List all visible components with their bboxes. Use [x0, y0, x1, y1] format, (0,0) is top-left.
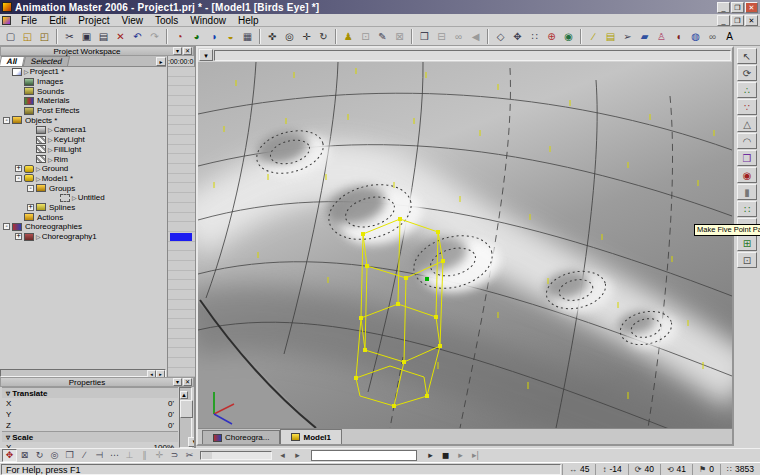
turn-view-button[interactable]: ↻ — [315, 29, 332, 44]
smooth-button[interactable]: ∥ — [137, 449, 152, 462]
tree-item-label[interactable]: Images — [37, 77, 63, 86]
property-row[interactable]: X 0' — [2, 398, 178, 409]
property-value[interactable]: 0' — [168, 410, 174, 419]
viewport-scroll-track[interactable] — [214, 50, 731, 61]
rotate-manipulator-button[interactable]: ⊕ — [543, 29, 560, 44]
tree-expander[interactable]: - — [3, 117, 10, 124]
tree-item-label[interactable]: Choreography1 — [42, 232, 97, 241]
tree-item-label[interactable]: Groups — [49, 184, 75, 193]
flip-button[interactable]: ◉ — [737, 167, 757, 183]
viewport-menu-dropdown[interactable]: ▾ — [199, 49, 213, 61]
tree-item-label[interactable]: Ground — [42, 164, 69, 173]
tree-row[interactable]: ▷ Camera1 — [0, 125, 166, 135]
tree-item-label[interactable]: Camera1 — [54, 125, 87, 134]
tree-item-label[interactable]: Choreographies — [25, 222, 82, 231]
muscle-mode-button[interactable]: ✎ — [374, 29, 391, 44]
peak-button[interactable]: ⊥ — [122, 449, 137, 462]
workspace-tab[interactable]: Selected — [23, 56, 70, 66]
link-button[interactable]: ∞ — [704, 29, 721, 44]
redo-button[interactable]: ↷ — [146, 29, 163, 44]
rotate-tool-button[interactable]: ⟳ — [737, 65, 757, 81]
tree-item-label[interactable]: Rim — [54, 155, 68, 164]
end-button[interactable]: ▸| — [468, 449, 483, 462]
tree-expander[interactable]: - — [3, 223, 10, 230]
font-button[interactable]: A — [721, 29, 738, 44]
property-value[interactable]: 0' — [168, 421, 174, 430]
break-spline-button[interactable]: ✂ — [182, 449, 197, 462]
tree-item-label[interactable]: Objects * — [25, 116, 57, 125]
scale-manipulator-button[interactable]: ∷ — [526, 29, 543, 44]
scroll-down-button[interactable]: ▼ — [188, 437, 196, 447]
tree-item-label[interactable]: Untitled — [78, 193, 105, 202]
menu-item[interactable]: Project — [72, 14, 115, 27]
mdi-close-button[interactable]: ✕ — [745, 15, 758, 26]
select-arrow-button[interactable]: ↖ — [737, 48, 757, 64]
animate-arrow-icon[interactable]: ▷ — [36, 233, 41, 240]
options-button[interactable]: ⋯ — [107, 449, 122, 462]
scale-mode-button[interactable]: ⊠ — [17, 449, 32, 462]
magnet-mode-button[interactable]: ◎ — [47, 449, 62, 462]
delete-button[interactable]: ✕ — [112, 29, 129, 44]
cut-button[interactable]: ✂ — [61, 29, 78, 44]
menu-item[interactable]: File — [15, 14, 43, 27]
panel-close-button[interactable]: ✕ — [183, 378, 192, 386]
lock-cp-button[interactable]: ⊣ — [92, 449, 107, 462]
tree-row[interactable]: ▷ Project1 * — [0, 67, 166, 77]
mirror-mode-button[interactable]: ⊃ — [167, 449, 182, 462]
tree-item-label[interactable]: Splines — [49, 203, 75, 212]
mdi-minimize-button[interactable]: _ — [717, 15, 730, 26]
maximize-button[interactable]: ❐ — [731, 2, 744, 13]
viewport-tab[interactable]: Model1 — [280, 429, 342, 444]
bound-button[interactable]: ❒ — [416, 29, 433, 44]
tree-expander[interactable]: + — [15, 233, 22, 240]
tree-row[interactable]: - Objects * — [0, 115, 166, 125]
render-lock-button[interactable]: ◒ — [222, 29, 239, 44]
animate-arrow-icon[interactable]: ▷ — [48, 156, 53, 163]
workspace-tab[interactable]: All — [0, 56, 25, 66]
tree-row[interactable]: ▷ KeyLight — [0, 135, 166, 145]
skeletal-mode-button[interactable]: ⊡ — [357, 29, 374, 44]
translate-manipulator-button[interactable]: ✥ — [509, 29, 526, 44]
hair-brush-button[interactable]: ∕ — [585, 29, 602, 44]
animate-arrow-icon[interactable]: ▷ — [72, 194, 77, 201]
tree-row[interactable]: + Splines — [0, 203, 166, 213]
animate-arrow-icon[interactable]: ▷ — [24, 68, 29, 75]
render-preview-button[interactable]: ◼ — [438, 449, 453, 462]
modeling-mode-button[interactable]: ♟ — [340, 29, 357, 44]
tree-row[interactable]: Images — [0, 77, 166, 87]
animate-arrow-icon[interactable]: ▷ — [48, 146, 53, 153]
timeline-body[interactable] — [168, 67, 195, 377]
viewport-tab[interactable]: Choreogra... — [202, 430, 280, 444]
mdi-restore-button[interactable]: ❐ — [731, 15, 744, 26]
dynamics-mode-button[interactable]: ⊠ — [391, 29, 408, 44]
frame-slider[interactable] — [200, 451, 272, 460]
mirror-button[interactable]: ◀ — [467, 29, 484, 44]
show-manipulators-button[interactable]: ◉ — [560, 29, 577, 44]
pose-button[interactable]: ♙ — [653, 29, 670, 44]
property-row[interactable]: Y 0' — [2, 409, 178, 420]
translate-mode-button[interactable]: ✥ — [2, 449, 17, 462]
frame-back-button[interactable]: ◂ — [275, 449, 290, 462]
tree-horizontal-scrollbar[interactable]: ◂ ▸ — [0, 369, 166, 377]
close-button[interactable]: ✕ — [745, 2, 758, 13]
play-button[interactable]: ▸ — [423, 449, 438, 462]
add-point-button[interactable]: ∴ — [737, 82, 757, 98]
animate-arrow-icon[interactable]: ▷ — [36, 165, 41, 172]
properties-scrollbar[interactable]: ▲ ▼ — [179, 387, 192, 448]
distort-button[interactable]: ⊟ — [433, 29, 450, 44]
patch-button[interactable]: ∷ — [737, 201, 757, 217]
panel-menu-button[interactable]: ▾ — [173, 47, 182, 55]
film-button[interactable]: ◖ — [670, 29, 687, 44]
save-button[interactable]: ◰ — [36, 29, 53, 44]
tree-row[interactable]: + ▷ Ground — [0, 164, 166, 174]
tree-row[interactable]: - Choreographies — [0, 222, 166, 232]
menu-item[interactable]: Edit — [43, 14, 72, 27]
tree-item-label[interactable]: Project1 * — [30, 67, 65, 76]
menu-item[interactable]: Help — [232, 14, 265, 27]
menu-item[interactable]: Window — [184, 14, 232, 27]
property-row[interactable]: Z 0' — [2, 420, 178, 431]
snap-button[interactable]: ∞ — [450, 29, 467, 44]
scrollbar-thumb[interactable] — [180, 400, 193, 418]
tree-row[interactable]: ▷ Rim — [0, 154, 166, 164]
extrude-button[interactable]: ◠ — [737, 133, 757, 149]
